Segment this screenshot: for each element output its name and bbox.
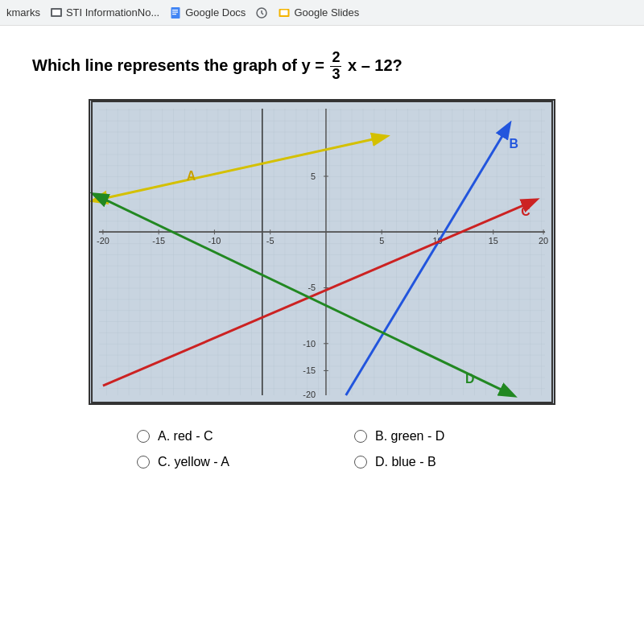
choice-a-label: A. red - C	[158, 429, 213, 444]
graph-container: -20 -15 -10 -5 5 10 15 20	[89, 99, 555, 405]
svg-text:-15: -15	[303, 365, 316, 375]
bookmark-item-slides[interactable]: Google Slides	[278, 6, 359, 19]
sti-label: STI InformationNo...	[66, 6, 159, 19]
svg-text:15: 15	[489, 236, 498, 246]
sti-icon	[50, 6, 63, 19]
docs-icon	[169, 6, 182, 19]
svg-text:-15: -15	[152, 236, 165, 246]
svg-text:A: A	[187, 169, 196, 183]
bookmark-item-history[interactable]	[255, 6, 268, 19]
svg-text:D: D	[465, 372, 474, 386]
question-text: Which line represents the graph of y = 2…	[32, 50, 612, 83]
bookmark-bar: kmarks STI InformationNo... Google Docs …	[0, 0, 644, 26]
choice-b[interactable]: B. green - D	[354, 429, 523, 444]
svg-rect-4	[172, 11, 178, 12]
svg-text:20: 20	[539, 236, 548, 246]
question-prefix: Which line represents the graph of y =	[32, 56, 324, 74]
choice-a[interactable]: A. red - C	[137, 429, 306, 444]
svg-rect-3	[172, 10, 178, 10]
denominator: 3	[330, 67, 341, 83]
bookmark-item-docs[interactable]: Google Docs	[169, 6, 246, 19]
docs-label: Google Docs	[185, 6, 246, 19]
radio-b[interactable]	[354, 430, 367, 443]
history-icon	[255, 6, 268, 19]
main-content: Which line represents the graph of y = 2…	[0, 26, 644, 485]
svg-text:-5: -5	[308, 283, 316, 292]
slides-icon	[278, 6, 291, 19]
svg-text:-10: -10	[303, 338, 316, 348]
choice-d[interactable]: D. blue - B	[354, 455, 523, 469]
choice-c[interactable]: C. yellow - A	[137, 455, 306, 469]
svg-text:-20: -20	[303, 390, 316, 399]
svg-text:-5: -5	[266, 236, 275, 246]
bookmark-label: kmarks	[6, 6, 40, 19]
choice-b-label: B. green - D	[375, 429, 444, 444]
bookmark-item-kmarks[interactable]: kmarks	[6, 6, 40, 19]
svg-rect-8	[281, 10, 288, 15]
choice-d-label: D. blue - B	[375, 455, 436, 469]
choice-c-label: C. yellow - A	[158, 455, 229, 469]
radio-c[interactable]	[137, 456, 150, 469]
svg-text:B: B	[510, 137, 518, 151]
bookmark-item-sti[interactable]: STI InformationNo...	[50, 6, 159, 19]
question-suffix: x – 12?	[348, 56, 402, 74]
svg-text:-20: -20	[97, 236, 109, 246]
svg-text:C: C	[521, 204, 530, 218]
radio-a[interactable]	[137, 430, 150, 443]
svg-text:5: 5	[311, 171, 316, 181]
fraction: 2 3	[330, 50, 341, 83]
svg-rect-1	[52, 10, 60, 15]
svg-rect-5	[172, 14, 176, 14]
answer-choices: A. red - C B. green - D C. yellow - A D.…	[121, 429, 523, 469]
svg-rect-2	[171, 7, 180, 19]
slides-label: Google Slides	[294, 6, 359, 19]
radio-d[interactable]	[354, 456, 367, 469]
graph-svg: -20 -15 -10 -5 5 10 15 20	[90, 101, 554, 403]
svg-text:-10: -10	[208, 236, 221, 246]
numerator: 2	[330, 50, 341, 67]
svg-text:5: 5	[379, 236, 384, 246]
